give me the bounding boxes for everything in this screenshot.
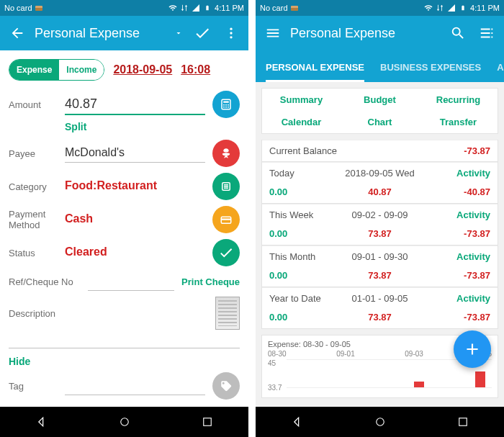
overflow-menu-icon[interactable]: [220, 22, 243, 45]
payment-method-icon[interactable]: [212, 206, 240, 233]
nav-home-icon[interactable]: [118, 415, 131, 428]
tab-personal[interactable]: PERSONAL EXPENSE: [266, 62, 364, 82]
menu-calendar[interactable]: Calendar: [262, 111, 341, 133]
chart-ylabel: 45: [268, 359, 276, 367]
appbar-title[interactable]: Personal Expense: [35, 26, 166, 41]
period-range: 09-02 - 09-09: [343, 210, 416, 220]
battery-icon: [459, 4, 467, 12]
tag-label: Tag: [9, 381, 58, 392]
payee-icon[interactable]: [212, 140, 240, 167]
status-no-card: No card: [4, 4, 32, 12]
chart-bar: [475, 371, 485, 387]
android-nav-bar: [0, 407, 248, 437]
print-cheque-link[interactable]: Print Cheque: [181, 276, 240, 287]
menu-chart[interactable]: Chart: [341, 111, 419, 133]
calculator-button[interactable]: [212, 91, 240, 118]
phone-summary: No card 4:11 PM Personal Expense: [256, 0, 504, 437]
balance-card[interactable]: Current Balance -73.87: [261, 140, 498, 162]
period-card[interactable]: Today2018-09-05 WedActivity0.0040.87-40.…: [261, 162, 498, 204]
amount-input[interactable]: 40.87: [65, 94, 205, 115]
period-expense: 73.87: [343, 270, 416, 281]
description-label: Description: [9, 308, 65, 319]
sim-card-icon: [35, 6, 42, 11]
tab-all[interactable]: AL: [497, 62, 504, 82]
hide-link[interactable]: Hide: [9, 356, 30, 367]
period-expense: 40.87: [343, 186, 416, 197]
tag-icon[interactable]: [212, 372, 240, 400]
nav-recent-icon[interactable]: [201, 415, 214, 428]
type-toggle[interactable]: Expense Income: [9, 59, 104, 81]
split-link[interactable]: Split: [65, 121, 86, 132]
svg-rect-16: [221, 219, 231, 220]
period-range: 2018-09-05 Wed: [343, 168, 416, 179]
time-field[interactable]: 16:08: [181, 63, 210, 76]
menu-recurring[interactable]: Recurring: [419, 89, 498, 111]
svg-point-1: [230, 32, 232, 34]
tab-business[interactable]: BUSINESS EXPENSES: [380, 62, 481, 82]
summary-body: Summary Budget Recurring Calendar Chart …: [256, 82, 504, 407]
tag-input[interactable]: [65, 377, 205, 395]
menu-transfer[interactable]: Transfer: [419, 111, 498, 133]
dropdown-icon[interactable]: [172, 22, 185, 45]
status-no-card: No card: [260, 4, 288, 12]
type-income[interactable]: Income: [59, 60, 104, 80]
ref-label: Ref/Cheque No: [9, 276, 81, 287]
period-card[interactable]: This Week09-02 - 09-09Activity0.0073.87-…: [261, 204, 498, 245]
svg-point-5: [223, 104, 225, 106]
type-expense[interactable]: Expense: [9, 60, 59, 80]
nav-back-icon[interactable]: [35, 415, 49, 429]
payee-input[interactable]: McDonald's: [65, 144, 205, 163]
description-input[interactable]: [9, 330, 240, 348]
period-range: 01-01 - 09-05: [343, 293, 416, 304]
period-activity-link[interactable]: Activity: [417, 251, 490, 262]
signal-icon: [192, 4, 200, 12]
period-expense: 73.87: [343, 312, 416, 323]
menu-budget[interactable]: Budget: [341, 89, 419, 111]
balance-value: -73.87: [380, 145, 491, 156]
nav-back-icon[interactable]: [290, 415, 305, 429]
chart-tick: 09-01: [336, 350, 355, 358]
period-income: 0.00: [269, 312, 343, 323]
balance-label: Current Balance: [269, 145, 380, 156]
phone-edit-expense: No card 4:11 PM Personal Expense: [0, 0, 248, 437]
method-label: Payment Method: [9, 209, 58, 230]
period-title: Today: [269, 168, 343, 179]
back-icon[interactable]: [6, 22, 29, 45]
method-field[interactable]: Cash: [65, 210, 205, 229]
confirm-button[interactable]: [191, 22, 214, 45]
period-title: This Month: [269, 251, 343, 262]
period-activity-link[interactable]: Activity: [417, 293, 490, 304]
period-card[interactable]: Year to Date01-01 - 09-05Activity0.0073.…: [261, 287, 498, 329]
category-icon[interactable]: [212, 173, 240, 200]
app-bar: Personal Expense: [0, 16, 248, 50]
edit-form: Expense Income 2018-09-05 16:08 Amount 4…: [0, 50, 248, 407]
status-field[interactable]: Cleared: [65, 243, 205, 262]
period-activity-link[interactable]: Activity: [417, 210, 490, 220]
menu-icon[interactable]: [261, 22, 284, 45]
svg-rect-20: [459, 418, 467, 426]
mobile-data-icon: [436, 4, 444, 12]
menu-summary[interactable]: Summary: [262, 89, 341, 111]
svg-point-2: [230, 36, 232, 38]
status-icon[interactable]: [212, 239, 240, 266]
status-label: Status: [9, 248, 58, 258]
period-activity-link[interactable]: Activity: [417, 168, 490, 179]
add-transaction-fab[interactable]: [454, 330, 491, 368]
period-income: 0.00: [269, 228, 343, 239]
chart-ylabel: 33.7: [268, 384, 282, 392]
nav-home-icon[interactable]: [374, 415, 387, 428]
status-time: 4:11 PM: [215, 4, 244, 12]
category-field[interactable]: Food:Restaurant: [65, 177, 205, 196]
amount-label: Amount: [9, 99, 58, 110]
wifi-icon: [424, 4, 433, 12]
list-settings-icon[interactable]: [475, 22, 498, 45]
period-card[interactable]: This Month09-01 - 09-30Activity0.0073.87…: [261, 245, 498, 287]
svg-point-7: [228, 104, 229, 106]
receipt-thumbnail[interactable]: [215, 297, 240, 330]
ref-input[interactable]: [88, 272, 174, 291]
nav-recent-icon[interactable]: [456, 415, 469, 428]
status-bar: No card 4:11 PM: [256, 0, 504, 16]
status-time: 4:11 PM: [470, 4, 500, 12]
date-field[interactable]: 2018-09-05: [113, 63, 172, 76]
search-icon[interactable]: [446, 22, 469, 45]
